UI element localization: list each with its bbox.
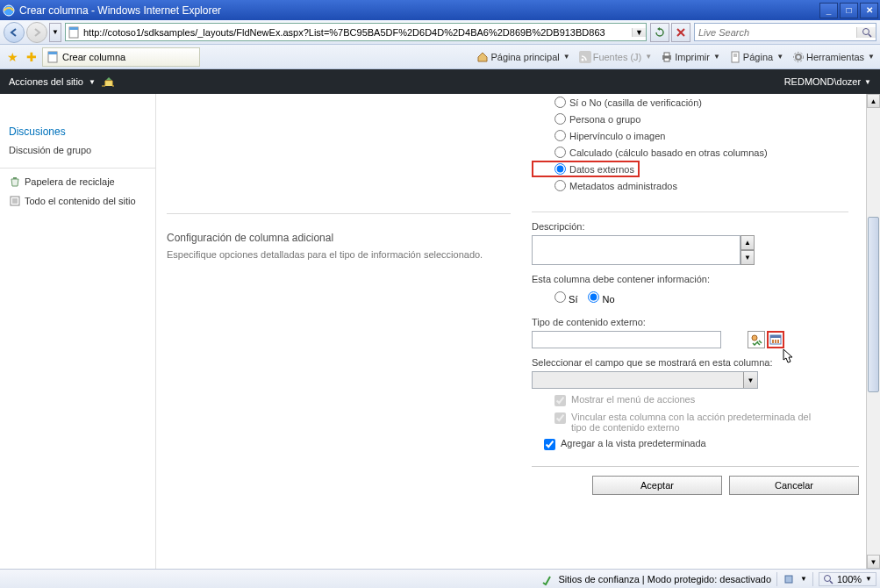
navigate-up-icon[interactable] <box>101 75 115 88</box>
tool-feeds[interactable]: Fuentes (J)▼ <box>579 51 655 63</box>
svg-line-4 <box>869 34 871 37</box>
campo-select[interactable]: ▼ <box>532 371 758 389</box>
left-sidebar: Discusiones Discusión de grupo Papelera … <box>0 94 156 569</box>
svg-rect-12 <box>732 52 739 62</box>
trusted-sites-icon <box>540 573 553 585</box>
svg-rect-27 <box>777 340 779 343</box>
cancelar-button[interactable]: Cancelar <box>729 476 859 495</box>
vertical-scrollbar[interactable]: ▲ ▼ <box>866 94 880 569</box>
sidebar-item-todo-contenido[interactable]: Todo el contenido del sitio <box>0 191 155 211</box>
ie-icon <box>2 4 16 18</box>
window-title: Crear columna - Windows Internet Explore… <box>19 4 819 17</box>
sidebar-item-papelera[interactable]: Papelera de reciclaje <box>0 172 155 191</box>
textarea-scroll-up[interactable]: ▲ <box>740 235 755 250</box>
svg-point-3 <box>862 28 869 34</box>
check-entity-button[interactable] <box>748 331 765 348</box>
add-favorite-icon[interactable]: ✚ <box>23 48 40 66</box>
back-button[interactable] <box>4 22 25 43</box>
radio-option-metadatos[interactable]: Metadatos administrados <box>532 177 859 194</box>
user-dropdown-icon[interactable]: ▼ <box>864 78 871 86</box>
svg-rect-17 <box>13 177 17 179</box>
radio-option-hipervinculo[interactable]: Hipervínculo o imagen <box>532 127 859 144</box>
svg-rect-24 <box>770 335 781 338</box>
label-seleccionar-campo: Seleccionar el campo que se mostrará en … <box>532 348 859 371</box>
scroll-up-button[interactable]: ▲ <box>867 94 880 108</box>
page-menu-icon <box>729 51 741 63</box>
tool-home[interactable]: Página principal▼ <box>476 51 571 63</box>
radio-option-calculado[interactable]: Calculado (cálculo basado en otras colum… <box>532 144 859 161</box>
refresh-button[interactable] <box>650 23 669 42</box>
forward-button[interactable] <box>26 22 47 43</box>
gear-icon <box>792 51 805 63</box>
user-menu[interactable]: REDMOND\dozer <box>784 76 861 87</box>
section-title: Configuración de columna adicional <box>167 214 521 244</box>
radio-option-persona[interactable]: Persona o grupo <box>532 111 859 127</box>
nav-history-dropdown[interactable]: ▼ <box>49 23 61 42</box>
svg-rect-25 <box>772 340 774 343</box>
svg-rect-11 <box>664 58 669 61</box>
site-actions-menu[interactable]: Acciones del sitio <box>9 76 83 87</box>
zoom-value: 100% <box>837 574 862 584</box>
svg-point-22 <box>752 335 757 341</box>
checkbox-vincular: Vincular esta columna con la acción pred… <box>532 406 859 433</box>
sidebar-discusiones-header[interactable]: Discusiones <box>9 122 147 141</box>
search-button[interactable] <box>856 27 876 38</box>
tool-print[interactable]: Imprimir▼ <box>661 51 722 63</box>
zoom-icon <box>823 574 833 584</box>
minimize-button[interactable]: _ <box>819 3 838 18</box>
stop-button[interactable] <box>671 23 690 42</box>
checkbox-agregar-vista[interactable]: Agregar a la vista predeterminada <box>532 433 859 450</box>
scroll-down-button[interactable]: ▼ <box>867 555 880 569</box>
scroll-thumb[interactable] <box>868 217 879 392</box>
label-contener-info: Esta columna debe contener información: <box>532 265 859 288</box>
svg-line-30 <box>830 581 833 584</box>
tipo-contenido-input[interactable] <box>532 331 721 348</box>
radio-required-si[interactable]: Sí <box>554 291 577 305</box>
textarea-scroll-down[interactable]: ▼ <box>740 250 755 265</box>
radio-option-datos-externos[interactable]: Datos externos <box>532 161 640 177</box>
search-input[interactable] <box>695 25 856 39</box>
zoom-control[interactable]: 100% ▼ <box>819 572 876 586</box>
url-input[interactable] <box>82 25 632 39</box>
status-mixed-icon[interactable] <box>783 573 795 585</box>
tool-page[interactable]: Página▼ <box>729 51 785 63</box>
tab-page-icon <box>47 51 59 63</box>
svg-point-15 <box>796 54 801 60</box>
status-security-text: Sitios de confianza | Modo protegido: de… <box>558 574 771 584</box>
svg-rect-26 <box>775 340 776 343</box>
sidebar-item-discusion-grupo[interactable]: Discusión de grupo <box>9 141 147 159</box>
tab-title: Crear columna <box>62 52 125 62</box>
radio-required-no[interactable]: No <box>588 291 614 305</box>
svg-rect-6 <box>48 52 57 54</box>
svg-rect-10 <box>664 53 669 56</box>
print-icon <box>661 51 673 63</box>
label-tipo-contenido: Tipo de contenido externo: <box>532 308 859 331</box>
checkbox-mostrar-menu: Mostrar el menú de acciones <box>532 389 859 406</box>
page-icon <box>66 26 82 39</box>
all-content-icon <box>9 195 21 207</box>
rss-icon <box>579 51 591 63</box>
svg-rect-28 <box>785 576 792 583</box>
tool-tools[interactable]: Herramientas▼ <box>792 51 876 63</box>
favorites-icon[interactable]: ★ <box>4 48 21 66</box>
svg-point-29 <box>824 575 830 581</box>
url-dropdown[interactable]: ▼ <box>632 28 646 37</box>
address-bar: ▼ <box>65 23 647 41</box>
maximize-button[interactable]: □ <box>840 3 858 18</box>
browse-entity-button[interactable] <box>767 331 784 348</box>
window-titlebar: Crear columna - Windows Internet Explore… <box>0 0 880 20</box>
svg-rect-2 <box>69 27 78 30</box>
chevron-down-icon: ▼ <box>743 372 757 388</box>
aceptar-button[interactable]: Aceptar <box>592 476 722 495</box>
close-button[interactable]: ✕ <box>860 3 878 18</box>
browser-tab[interactable]: Crear columna <box>42 47 200 67</box>
browser-navbar: ▼ ▼ <box>0 20 880 45</box>
home-icon <box>476 51 489 63</box>
site-actions-dropdown-icon[interactable]: ▼ <box>89 78 96 86</box>
label-descripcion: Descripción: <box>532 212 859 235</box>
descripcion-textarea[interactable] <box>532 235 740 265</box>
browser-tabbar: ★ ✚ Crear columna Página principal▼ Fuen… <box>0 45 880 69</box>
section-description: Especifique opciones detalladas para el … <box>167 244 521 260</box>
search-box <box>694 23 876 41</box>
radio-option-si-no[interactable]: Sí o No (casilla de verificación) <box>532 94 859 111</box>
